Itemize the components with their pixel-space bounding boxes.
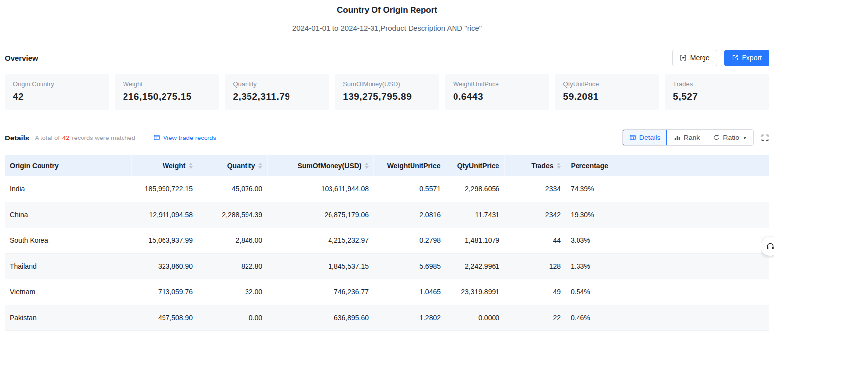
cell-weight-unit-price: 1.2802	[373, 305, 446, 330]
tab-rank-label: Rank	[684, 134, 700, 141]
stat-label: SumOfMoney(USD)	[343, 80, 431, 88]
support-widget-button[interactable]	[761, 237, 774, 256]
table-header-row: Origin Country Weight Quantity SumOfMone…	[5, 155, 769, 176]
cell-percentage: 74.39%	[566, 176, 769, 202]
cell-trades: 49	[504, 279, 566, 305]
merge-button-label: Merge	[690, 54, 710, 62]
page-title: Country Of Origin Report	[5, 5, 769, 16]
tab-details[interactable]: Details	[623, 130, 667, 145]
match-suffix: records were matched	[72, 134, 135, 141]
stat-card-quantity: Quantity2,352,311.79	[225, 74, 329, 110]
cell-country: Thailand	[5, 253, 131, 279]
sort-icon[interactable]	[189, 163, 193, 169]
stat-value: 2,352,311.79	[233, 92, 321, 102]
trade-records-icon	[153, 134, 160, 141]
export-icon	[732, 54, 739, 61]
cell-weight: 185,990,722.15	[131, 176, 198, 202]
merge-button[interactable]: Merge	[672, 50, 717, 66]
table-row[interactable]: India185,990,722.1545,076.00103,611,944.…	[5, 176, 769, 202]
cell-qty-unit-price: 2,242.9961	[446, 253, 504, 279]
cell-qty-unit-price: 2,298.6056	[446, 176, 504, 202]
export-button[interactable]: Export	[724, 50, 769, 66]
cell-quantity: 822.80	[198, 253, 267, 279]
cell-trades: 44	[504, 228, 566, 253]
headset-icon	[766, 242, 774, 251]
stat-label: Quantity	[233, 80, 321, 88]
cell-trades: 2342	[504, 202, 566, 228]
details-heading: Details	[5, 134, 29, 142]
export-button-label: Export	[742, 54, 762, 62]
cell-percentage: 0.46%	[566, 305, 769, 330]
report-subtitle: 2024-01-01 to 2024-12-31,Product Descrip…	[5, 23, 769, 33]
stat-card-weightunitprice: WeightUnitPrice0.6443	[445, 74, 549, 110]
fullscreen-icon[interactable]	[761, 134, 769, 142]
merge-icon	[680, 54, 687, 61]
col-header-trades[interactable]: Trades	[504, 155, 566, 176]
col-header-sum-of-money[interactable]: SumOfMoney(USD)	[267, 155, 373, 176]
cell-qty-unit-price: 0.0000	[446, 305, 504, 330]
cell-weight-unit-price: 0.2798	[373, 228, 446, 253]
stat-card-trades: Trades5,527	[665, 74, 769, 110]
tab-ratio-label: Ratio	[723, 134, 739, 141]
cell-weight: 15,063,937.99	[131, 228, 198, 253]
cell-percentage: 0.54%	[566, 279, 769, 305]
sort-icon[interactable]	[557, 163, 561, 169]
report-page: Country Of Origin Report 2024-01-01 to 2…	[0, 0, 774, 331]
cell-qty-unit-price: 23,319.8991	[446, 279, 504, 305]
tab-ratio[interactable]: Ratio	[706, 130, 753, 145]
cell-sum-of-money-usd: 1,845,537.15	[267, 253, 373, 279]
cell-country: South Korea	[5, 228, 131, 253]
cell-country: Vietnam	[5, 279, 131, 305]
stat-card-origin-country: Origin Country42	[5, 74, 109, 110]
details-table: Origin Country Weight Quantity SumOfMone…	[5, 155, 769, 331]
cell-sum-of-money-usd: 636,895.60	[267, 305, 373, 330]
cell-country: India	[5, 176, 131, 202]
stat-value: 42	[13, 92, 101, 102]
cell-weight: 323,860.90	[131, 253, 198, 279]
details-left: Details A total of 42 records were match…	[5, 134, 216, 142]
table-row[interactable]: Thailand323,860.90822.801,845,537.155.69…	[5, 253, 769, 279]
col-header-quantity[interactable]: Quantity	[198, 155, 267, 176]
sort-icon[interactable]	[365, 163, 369, 169]
view-trade-records-label: View trade records	[163, 134, 216, 141]
support-widget-container	[761, 236, 774, 258]
cell-quantity: 2,288,594.39	[198, 202, 267, 228]
report-header: Country Of Origin Report 2024-01-01 to 2…	[5, 0, 769, 33]
tab-rank[interactable]: Rank	[667, 130, 706, 145]
sort-icon[interactable]	[258, 163, 262, 169]
cell-trades: 2334	[504, 176, 566, 202]
match-prefix: A total of	[35, 134, 60, 141]
cell-sum-of-money-usd: 746,236.77	[267, 279, 373, 305]
overview-bar: Overview Merge Export	[5, 49, 769, 66]
col-header-qty-unit-price: QtyUnitPrice	[446, 155, 504, 176]
stat-card-qtyunitprice: QtyUnitPrice59.2081	[555, 74, 660, 110]
ratio-icon	[713, 134, 720, 141]
tab-details-label: Details	[639, 134, 661, 141]
overview-stat-cards: Origin Country42Weight216,150,275.15Quan…	[5, 74, 769, 110]
details-bar: Details A total of 42 records were match…	[5, 129, 769, 146]
stat-label: Origin Country	[13, 80, 101, 88]
view-trade-records-link[interactable]: View trade records	[153, 134, 216, 141]
table-row[interactable]: China12,911,094.582,288,594.3926,875,179…	[5, 202, 769, 228]
table-row[interactable]: Vietnam713,059.7632.00746,236.771.046523…	[5, 279, 769, 305]
ratio-dropdown-caret-icon	[743, 137, 747, 139]
table-row[interactable]: Pakistan497,508.900.00636,895.601.28020.…	[5, 305, 769, 330]
col-header-percentage: Percentage	[566, 155, 769, 176]
cell-weight: 12,911,094.58	[131, 202, 198, 228]
col-header-weight-unit-price: WeightUnitPrice	[373, 155, 446, 176]
cell-weight-unit-price: 5.6985	[373, 253, 446, 279]
cell-sum-of-money-usd: 26,875,179.06	[267, 202, 373, 228]
cell-weight: 713,059.76	[131, 279, 198, 305]
details-right: Details Rank	[622, 129, 769, 146]
cell-qty-unit-price: 11.7431	[446, 202, 504, 228]
cell-country: China	[5, 202, 131, 228]
table-row[interactable]: South Korea15,063,937.992,846.004,215,23…	[5, 228, 769, 253]
stat-label: QtyUnitPrice	[563, 80, 652, 88]
match-summary: A total of 42 records were matched	[35, 134, 135, 141]
stat-card-weight: Weight216,150,275.15	[115, 74, 219, 110]
cell-weight-unit-price: 0.5571	[373, 176, 446, 202]
col-header-weight[interactable]: Weight	[131, 155, 198, 176]
cell-weight-unit-price: 2.0816	[373, 202, 446, 228]
stat-label: Weight	[123, 80, 211, 88]
view-switcher: Details Rank	[622, 129, 754, 146]
